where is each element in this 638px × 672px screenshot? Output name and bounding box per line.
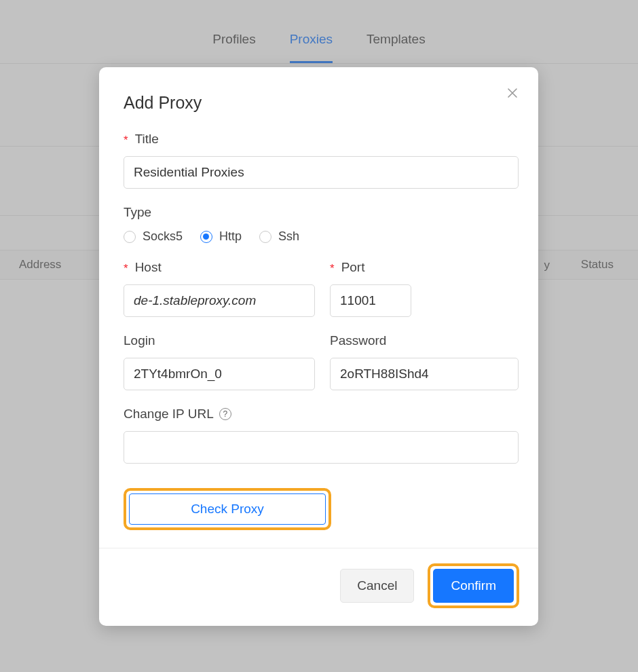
field-port: Port [330, 260, 514, 317]
modal-body: Add Proxy Title Type Socks5 Http Ssh [99, 67, 538, 548]
confirm-highlight: Confirm [428, 563, 519, 608]
label-port: Port [330, 260, 514, 275]
radio-dot-icon [200, 231, 212, 243]
field-host: Host [124, 260, 315, 317]
radio-http-label: Http [219, 229, 242, 244]
field-login: Login [124, 333, 315, 390]
field-title: Title [124, 132, 514, 189]
label-password: Password [330, 333, 519, 348]
login-input[interactable] [124, 358, 315, 390]
field-type: Type Socks5 Http Ssh [124, 205, 514, 244]
label-change-ip-url-text: Change IP URL [124, 407, 214, 422]
label-title: Title [124, 132, 514, 147]
label-login: Login [124, 333, 315, 348]
radio-dot-icon [124, 231, 136, 243]
help-icon[interactable]: ? [219, 408, 231, 420]
radio-socks5-label: Socks5 [143, 229, 183, 244]
label-type: Type [124, 205, 514, 220]
label-host: Host [124, 260, 315, 275]
close-button[interactable] [503, 83, 522, 102]
close-icon [507, 88, 518, 98]
cancel-button[interactable]: Cancel [340, 569, 414, 603]
field-change-ip-url: Change IP URL ? [124, 407, 514, 464]
add-proxy-modal: Add Proxy Title Type Socks5 Http Ssh [99, 67, 538, 626]
change-ip-url-input[interactable] [124, 431, 519, 464]
check-proxy-highlight: Check Proxy [124, 488, 331, 530]
modal-footer: Cancel Confirm [99, 548, 538, 626]
port-input[interactable] [330, 284, 411, 317]
check-proxy-button[interactable]: Check Proxy [129, 493, 326, 525]
confirm-button[interactable]: Confirm [433, 569, 514, 603]
radio-dot-icon [259, 231, 271, 243]
modal-title: Add Proxy [124, 93, 514, 113]
password-input[interactable] [330, 358, 519, 390]
title-input[interactable] [124, 156, 519, 189]
field-password: Password [330, 333, 519, 390]
type-radio-group: Socks5 Http Ssh [124, 229, 514, 244]
radio-ssh-label: Ssh [278, 229, 299, 244]
radio-ssh[interactable]: Ssh [259, 229, 299, 244]
radio-http[interactable]: Http [200, 229, 242, 244]
host-input[interactable] [124, 284, 315, 317]
label-change-ip-url: Change IP URL ? [124, 407, 514, 422]
radio-socks5[interactable]: Socks5 [124, 229, 183, 244]
